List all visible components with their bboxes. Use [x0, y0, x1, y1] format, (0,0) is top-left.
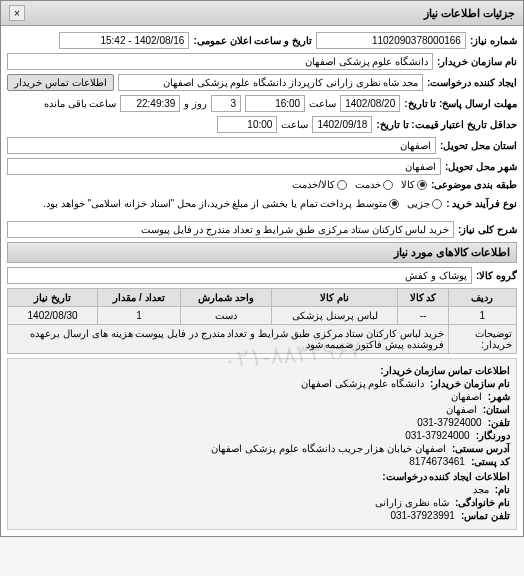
creator-name: مجد: [473, 484, 489, 495]
cell-qty: 1: [98, 307, 181, 325]
creator-tel: 031-37923991: [390, 510, 455, 521]
goods-table: ردیف کد کالا نام کالا واحد شمارش تعداد /…: [7, 288, 517, 354]
request-no-field: 1102090378000166: [316, 32, 466, 49]
contact-fax: 031-37924000: [405, 430, 470, 441]
radio-icon: [337, 180, 347, 190]
contact-address: اصفهان خیابان هزار جریب دانشگاه علوم پزش…: [211, 443, 445, 454]
contact-province: اصفهان: [446, 404, 477, 415]
desc-label: توضیحات خریدار:: [448, 325, 516, 354]
table-header-row: ردیف کد کالا نام کالا واحد شمارش تعداد /…: [8, 289, 517, 307]
contact-info-button[interactable]: اطلاعات تماس خریدار: [7, 74, 114, 91]
contact-postal: 8174673461: [409, 456, 465, 467]
radio-icon: [417, 180, 427, 190]
col-qty: تعداد / مقدار: [98, 289, 181, 307]
budget-label: طبقه بندی موضوعی:: [431, 179, 517, 190]
buyer-label: نام سازمان خریدار:: [437, 56, 517, 67]
public-date-label: تاریخ و ساعت اعلان عمومی:: [193, 35, 311, 46]
buyer-field: دانشگاه علوم پزشکی اصفهان: [7, 53, 433, 70]
radio-icon: [383, 180, 393, 190]
title-bar: جزئیات اطلاعات نیاز ×: [1, 1, 523, 26]
deadline-date: 1402/08/20: [340, 95, 400, 112]
col-date: تاریخ نیاز: [8, 289, 98, 307]
remain-days-label: روز و: [184, 98, 207, 109]
contact-address-label: آدرس سستی:: [452, 443, 510, 454]
cell-name: لباس پرسنل پزشکی: [272, 307, 398, 325]
col-name: نام کالا: [272, 289, 398, 307]
province-field: اصفهان: [7, 137, 436, 154]
contact-org-label: نام سازمان خریدار:: [430, 378, 510, 389]
deadline-time: 16:00: [245, 95, 305, 112]
contact-city-label: شهر:: [488, 391, 510, 402]
table-row: 1 -- لباس پرسنل پزشکی دست 1 1402/08/30: [8, 307, 517, 325]
desc-text: خرید لباس کارکنان ستاد مرکزی طبق شرایط و…: [8, 325, 449, 354]
category-field: پوشاک و کفش: [7, 267, 472, 284]
city-label: شهر محل تحویل:: [445, 161, 517, 172]
deadline-time-label: ساعت: [309, 98, 336, 109]
validity-label: حداقل تاریخ اعتبار قیمت: تا تاریخ:: [376, 119, 517, 130]
remain-suffix: ساعت باقی مانده: [44, 98, 117, 109]
validity-time-label: ساعت: [281, 119, 308, 130]
cell-date: 1402/08/30: [8, 307, 98, 325]
need-title-field: خرید لباس کارکنان ستاد مرکزی طبق شرایط و…: [7, 221, 454, 238]
contact-tel-label: تلفن:: [488, 417, 510, 428]
budget-radio-group: کالا خدمت کالا/خدمت: [292, 179, 427, 190]
purchase-radio-medium[interactable]: متوسط: [356, 198, 399, 209]
province-label: استان محل تحویل:: [440, 140, 517, 151]
contact-fax-label: دورنگار:: [476, 430, 510, 441]
cell-unit: دست: [180, 307, 272, 325]
table-desc-row: توضیحات خریدار: خرید لباس کارکنان ستاد م…: [8, 325, 517, 354]
city-field: اصفهان: [7, 158, 441, 175]
window-title: جزئیات اطلاعات نیاز: [424, 7, 515, 20]
col-row: ردیف: [448, 289, 516, 307]
purchase-note: پرداخت تمام یا بخشی از مبلغ خرید،از محل …: [43, 198, 352, 209]
creator-family: شاه نظری زارانی: [375, 497, 449, 508]
need-title-label: شرح کلی نیاز:: [458, 224, 517, 235]
validity-date: 1402/09/18: [312, 116, 372, 133]
budget-radio-kala[interactable]: کالا: [401, 179, 427, 190]
request-no-label: شماره نیاز:: [470, 35, 517, 46]
cell-code: --: [398, 307, 448, 325]
contact-postal-label: کد پستی:: [471, 456, 510, 467]
creator-label: ایجاد کننده درخواست:: [427, 77, 517, 88]
radio-icon: [432, 199, 442, 209]
contact-tel: 031-37924000: [417, 417, 482, 428]
contact-province-label: استان:: [483, 404, 510, 415]
contact-org: دانشگاه علوم پزشکی اصفهان: [301, 378, 424, 389]
creator-family-label: نام خانوادگی:: [455, 497, 510, 508]
close-button[interactable]: ×: [9, 5, 25, 21]
creator-field: مجد شاه نظری زارانی کارپرداز دانشگاه علو…: [118, 74, 424, 91]
cell-row: 1: [448, 307, 516, 325]
radio-icon: [389, 199, 399, 209]
col-unit: واحد شمارش: [180, 289, 272, 307]
public-date-field: 1402/08/16 - 15:42: [59, 32, 189, 49]
budget-radio-both[interactable]: کالا/خدمت: [292, 179, 347, 190]
goods-section-header: اطلاعات کالاهای مورد نیاز: [7, 242, 517, 263]
creator-tel-label: تلفن تماس:: [461, 510, 510, 521]
purchase-radio-minor[interactable]: جزیی: [407, 198, 442, 209]
deadline-label: مهلت ارسال پاسخ: تا تاریخ:: [404, 98, 517, 109]
purchase-type-label: نوع فرآیند خرید :: [446, 198, 517, 209]
category-label: گروه کالا:: [476, 270, 517, 281]
creator-header: اطلاعات ایجاد کننده درخواست:: [382, 471, 510, 482]
validity-time: 10:00: [217, 116, 277, 133]
creator-name-label: نام:: [495, 484, 510, 495]
remain-days: 3: [211, 95, 241, 112]
purchase-type-radio-group: جزیی متوسط: [356, 198, 442, 209]
col-code: کد کالا: [398, 289, 448, 307]
budget-radio-khedmat[interactable]: خدمت: [355, 179, 393, 190]
remain-time: 22:49:39: [120, 95, 180, 112]
contact-header: اطلاعات تماس سازمان خریدار:: [380, 365, 510, 376]
contact-city: اصفهان: [451, 391, 482, 402]
